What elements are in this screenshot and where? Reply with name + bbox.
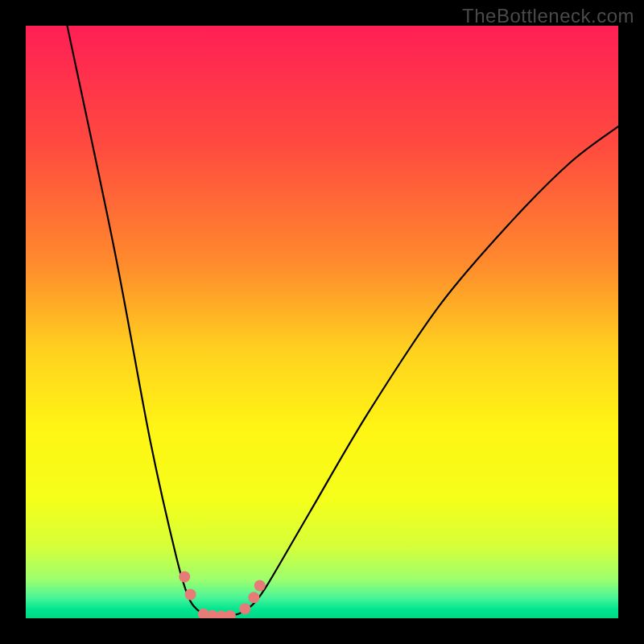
chart-dot — [239, 603, 250, 614]
chart-svg — [26, 26, 618, 618]
chart-dot — [254, 580, 266, 592]
chart-frame — [26, 26, 618, 618]
chart-background — [26, 26, 618, 618]
chart-dot — [179, 571, 190, 582]
chart-dot — [185, 589, 196, 601]
chart-dot — [248, 592, 259, 603]
watermark-text: TheBottleneck.com — [462, 5, 634, 27]
